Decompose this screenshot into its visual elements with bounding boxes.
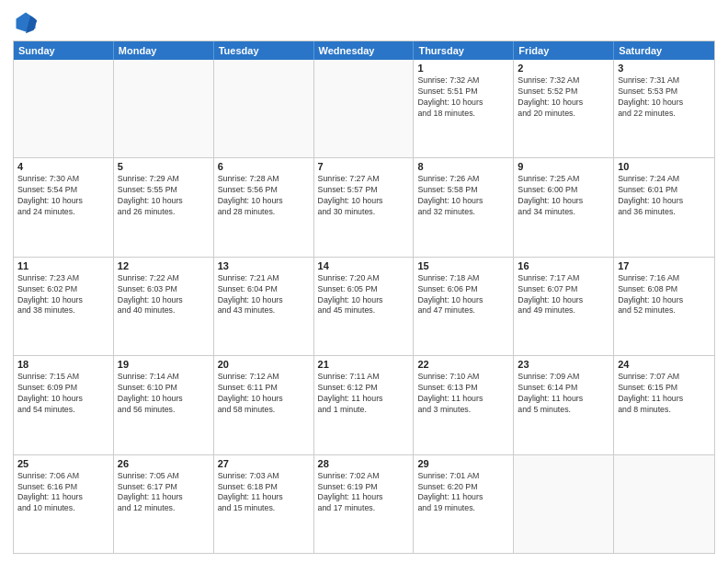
calendar-cell: 18Sunrise: 7:15 AM Sunset: 6:09 PM Dayli…	[14, 356, 114, 454]
cell-info: Sunrise: 7:29 AM Sunset: 5:55 PM Dayligh…	[118, 174, 210, 218]
cell-info: Sunrise: 7:16 AM Sunset: 6:08 PM Dayligh…	[618, 273, 711, 317]
cell-day-number: 28	[318, 458, 410, 469]
logo	[13, 9, 42, 35]
cell-day-number: 25	[17, 458, 109, 469]
calendar-cell	[614, 455, 714, 553]
cell-info: Sunrise: 7:27 AM Sunset: 5:57 PM Dayligh…	[318, 174, 410, 218]
calendar-cell: 28Sunrise: 7:02 AM Sunset: 6:19 PM Dayli…	[314, 455, 415, 553]
cell-info: Sunrise: 7:32 AM Sunset: 5:51 PM Dayligh…	[417, 75, 509, 120]
cell-day-number: 15	[417, 260, 509, 271]
cell-day-number: 21	[318, 359, 410, 370]
calendar-cell	[14, 60, 114, 157]
cell-info: Sunrise: 7:15 AM Sunset: 6:09 PM Dayligh…	[17, 372, 109, 416]
calendar-cell: 23Sunrise: 7:09 AM Sunset: 6:14 PM Dayli…	[514, 356, 614, 454]
calendar-cell	[314, 60, 415, 157]
cell-info: Sunrise: 7:28 AM Sunset: 5:56 PM Dayligh…	[218, 174, 310, 218]
calendar-cell: 29Sunrise: 7:01 AM Sunset: 6:20 PM Dayli…	[414, 455, 514, 553]
calendar-cell: 27Sunrise: 7:03 AM Sunset: 6:18 PM Dayli…	[214, 455, 314, 553]
cell-day-number: 10	[618, 161, 711, 172]
calendar-row-4: 25Sunrise: 7:06 AM Sunset: 6:16 PM Dayli…	[14, 454, 714, 553]
cell-day-number: 5	[118, 161, 210, 172]
cell-info: Sunrise: 7:18 AM Sunset: 6:06 PM Dayligh…	[417, 273, 509, 317]
cell-info: Sunrise: 7:10 AM Sunset: 6:13 PM Dayligh…	[417, 372, 509, 416]
calendar-cell: 10Sunrise: 7:24 AM Sunset: 6:01 PM Dayli…	[614, 158, 714, 256]
calendar-cell: 4Sunrise: 7:30 AM Sunset: 5:54 PM Daylig…	[14, 158, 114, 256]
calendar-cell: 26Sunrise: 7:05 AM Sunset: 6:17 PM Dayli…	[114, 455, 214, 553]
calendar-cell: 5Sunrise: 7:29 AM Sunset: 5:55 PM Daylig…	[114, 158, 214, 256]
calendar-cell: 11Sunrise: 7:23 AM Sunset: 6:02 PM Dayli…	[14, 258, 114, 355]
cell-day-number: 20	[218, 359, 310, 370]
cell-day-number: 14	[318, 260, 410, 271]
cell-info: Sunrise: 7:06 AM Sunset: 6:16 PM Dayligh…	[17, 471, 109, 515]
calendar-body: 1Sunrise: 7:32 AM Sunset: 5:51 PM Daylig…	[14, 60, 714, 553]
calendar-cell	[114, 60, 214, 157]
cell-info: Sunrise: 7:22 AM Sunset: 6:03 PM Dayligh…	[118, 273, 210, 317]
header-day-wednesday: Wednesday	[314, 41, 415, 60]
calendar-cell: 2Sunrise: 7:32 AM Sunset: 5:52 PM Daylig…	[514, 60, 614, 157]
cell-info: Sunrise: 7:21 AM Sunset: 6:04 PM Dayligh…	[218, 273, 310, 317]
calendar-cell: 13Sunrise: 7:21 AM Sunset: 6:04 PM Dayli…	[214, 258, 314, 355]
cell-day-number: 27	[218, 458, 310, 469]
cell-info: Sunrise: 7:12 AM Sunset: 6:11 PM Dayligh…	[218, 372, 310, 416]
cell-day-number: 12	[118, 260, 210, 271]
calendar-cell: 6Sunrise: 7:28 AM Sunset: 5:56 PM Daylig…	[214, 158, 314, 256]
calendar-cell: 9Sunrise: 7:25 AM Sunset: 6:00 PM Daylig…	[514, 158, 614, 256]
cell-info: Sunrise: 7:32 AM Sunset: 5:52 PM Dayligh…	[518, 75, 609, 120]
calendar-cell: 3Sunrise: 7:31 AM Sunset: 5:53 PM Daylig…	[614, 60, 714, 157]
header-day-friday: Friday	[514, 41, 614, 60]
calendar-cell: 24Sunrise: 7:07 AM Sunset: 6:15 PM Dayli…	[614, 356, 714, 454]
cell-day-number: 6	[218, 161, 310, 172]
cell-day-number: 7	[318, 161, 410, 172]
cell-day-number: 11	[17, 260, 109, 271]
cell-info: Sunrise: 7:07 AM Sunset: 6:15 PM Dayligh…	[618, 372, 711, 416]
calendar-cell: 17Sunrise: 7:16 AM Sunset: 6:08 PM Dayli…	[614, 258, 714, 355]
cell-day-number: 1	[417, 63, 509, 74]
cell-day-number: 17	[618, 260, 711, 271]
calendar-cell: 8Sunrise: 7:26 AM Sunset: 5:58 PM Daylig…	[414, 158, 514, 256]
cell-info: Sunrise: 7:25 AM Sunset: 6:00 PM Dayligh…	[518, 174, 609, 218]
header-day-sunday: Sunday	[14, 41, 114, 60]
cell-info: Sunrise: 7:11 AM Sunset: 6:12 PM Dayligh…	[318, 372, 410, 416]
calendar-header: SundayMondayTuesdayWednesdayThursdayFrid…	[14, 41, 714, 60]
calendar-cell: 20Sunrise: 7:12 AM Sunset: 6:11 PM Dayli…	[214, 356, 314, 454]
cell-day-number: 29	[417, 458, 509, 469]
cell-info: Sunrise: 7:26 AM Sunset: 5:58 PM Dayligh…	[417, 174, 509, 218]
cell-info: Sunrise: 7:09 AM Sunset: 6:14 PM Dayligh…	[518, 372, 609, 416]
header	[13, 9, 715, 35]
cell-day-number: 24	[618, 359, 711, 370]
cell-info: Sunrise: 7:03 AM Sunset: 6:18 PM Dayligh…	[218, 471, 310, 515]
calendar-row-0: 1Sunrise: 7:32 AM Sunset: 5:51 PM Daylig…	[14, 60, 714, 157]
logo-icon	[13, 9, 39, 35]
calendar-cell: 1Sunrise: 7:32 AM Sunset: 5:51 PM Daylig…	[414, 60, 514, 157]
calendar-cell	[514, 455, 614, 553]
cell-info: Sunrise: 7:01 AM Sunset: 6:20 PM Dayligh…	[417, 471, 509, 515]
header-day-saturday: Saturday	[614, 41, 714, 60]
cell-day-number: 22	[417, 359, 509, 370]
calendar-cell: 21Sunrise: 7:11 AM Sunset: 6:12 PM Dayli…	[314, 356, 415, 454]
cell-day-number: 13	[218, 260, 310, 271]
calendar-cell: 15Sunrise: 7:18 AM Sunset: 6:06 PM Dayli…	[414, 258, 514, 355]
calendar: SundayMondayTuesdayWednesdayThursdayFrid…	[13, 40, 715, 554]
calendar-row-3: 18Sunrise: 7:15 AM Sunset: 6:09 PM Dayli…	[14, 355, 714, 454]
calendar-cell: 25Sunrise: 7:06 AM Sunset: 6:16 PM Dayli…	[14, 455, 114, 553]
cell-day-number: 19	[118, 359, 210, 370]
calendar-cell: 14Sunrise: 7:20 AM Sunset: 6:05 PM Dayli…	[314, 258, 415, 355]
cell-day-number: 26	[118, 458, 210, 469]
cell-info: Sunrise: 7:02 AM Sunset: 6:19 PM Dayligh…	[318, 471, 410, 515]
cell-day-number: 23	[518, 359, 609, 370]
cell-info: Sunrise: 7:20 AM Sunset: 6:05 PM Dayligh…	[318, 273, 410, 317]
header-day-monday: Monday	[114, 41, 214, 60]
header-day-thursday: Thursday	[414, 41, 514, 60]
calendar-row-2: 11Sunrise: 7:23 AM Sunset: 6:02 PM Dayli…	[14, 257, 714, 355]
header-day-tuesday: Tuesday	[214, 41, 314, 60]
cell-info: Sunrise: 7:31 AM Sunset: 5:53 PM Dayligh…	[618, 75, 711, 120]
cell-info: Sunrise: 7:05 AM Sunset: 6:17 PM Dayligh…	[118, 471, 210, 515]
calendar-cell: 7Sunrise: 7:27 AM Sunset: 5:57 PM Daylig…	[314, 158, 415, 256]
page: SundayMondayTuesdayWednesdayThursdayFrid…	[0, 0, 728, 563]
cell-info: Sunrise: 7:24 AM Sunset: 6:01 PM Dayligh…	[618, 174, 711, 218]
cell-day-number: 4	[17, 161, 109, 172]
calendar-row-1: 4Sunrise: 7:30 AM Sunset: 5:54 PM Daylig…	[14, 157, 714, 256]
cell-day-number: 2	[518, 63, 609, 74]
calendar-cell: 19Sunrise: 7:14 AM Sunset: 6:10 PM Dayli…	[114, 356, 214, 454]
calendar-cell: 22Sunrise: 7:10 AM Sunset: 6:13 PM Dayli…	[414, 356, 514, 454]
